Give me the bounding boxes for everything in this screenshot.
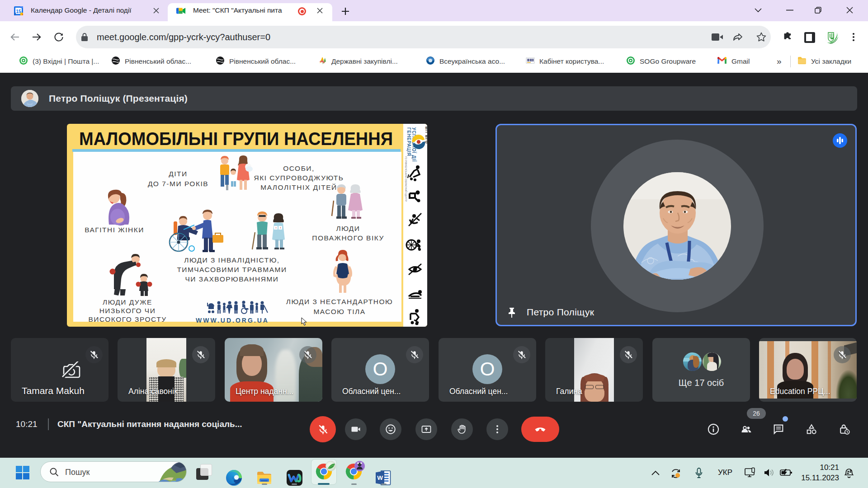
svg-text:МАЛОЛІТНІХ ДІТЕЙ: МАЛОЛІТНІХ ДІТЕЙ	[260, 183, 337, 191]
svg-text:ВІТ ВГО: ВІТ ВГО	[425, 127, 427, 144]
svg-text:ТИМЧАСОВИМИ ТРАВМАМИ: ТИМЧАСОВИМИ ТРАВМАМИ	[177, 266, 287, 273]
svg-text:ЛЮДИ ДУЖЕ: ЛЮДИ ДУЖЕ	[103, 298, 152, 306]
svg-text:ЧИ ЗАХВОРЮВАННЯМИ: ЧИ ЗАХВОРЮВАННЯМИ	[185, 275, 279, 283]
svg-text:МАЛОМОБІЛЬНІ ГРУПИ НАСЕЛЕННЯ: МАЛОМОБІЛЬНІ ГРУПИ НАСЕЛЕННЯ	[79, 128, 393, 149]
svg-text:НИЗЬКОГО ЧИ: НИЗЬКОГО ЧИ	[99, 307, 156, 314]
svg-text:ОСОБИ,: ОСОБИ,	[283, 164, 315, 172]
svg-text:ВАГІТНІ ЖІНКИ: ВАГІТНІ ЖІНКИ	[85, 226, 144, 234]
svg-text:ЛЮДИ З ІНВАЛІДНІСТЮ,: ЛЮДИ З ІНВАЛІДНІСТЮ,	[184, 256, 279, 264]
svg-text:WWW.UD.ORG.UA: WWW.UD.ORG.UA	[196, 317, 269, 324]
svg-text:ВИСОКОГО ЗРОСТУ: ВИСОКОГО ЗРОСТУ	[88, 315, 166, 323]
svg-text:ГО РІВНЕНСЬКИЙ ОБЛАСНИЙ ЦЕНТР: ГО РІВНЕНСЬКИЙ ОБЛАСНИЙ ЦЕНТР	[405, 156, 408, 202]
svg-text:W: W	[377, 474, 383, 481]
svg-text:15: 15	[16, 9, 21, 14]
svg-text:ДІТИ: ДІТИ	[169, 170, 187, 178]
svg-text:ЯКІ СУПРОВОДЖУЮТЬ: ЯКІ СУПРОВОДЖУЮТЬ	[254, 174, 344, 182]
svg-text:ПОВАЖНОГО ВІКУ: ПОВАЖНОГО ВІКУ	[312, 234, 384, 242]
svg-text:ЛЮДИ: ЛЮДИ	[336, 225, 360, 232]
svg-text:МАСОЮ ТІЛА: МАСОЮ ТІЛА	[313, 308, 365, 315]
svg-text:ЛЮДИ З НЕСТАНДАРТНОЮ: ЛЮДИ З НЕСТАНДАРТНОЮ	[286, 298, 393, 305]
svg-text:ДО 7-МИ РОКІВ: ДО 7-МИ РОКІВ	[148, 180, 208, 188]
svg-text:ГЕНЕРАЦІЯ: ГЕНЕРАЦІЯ	[406, 127, 411, 156]
